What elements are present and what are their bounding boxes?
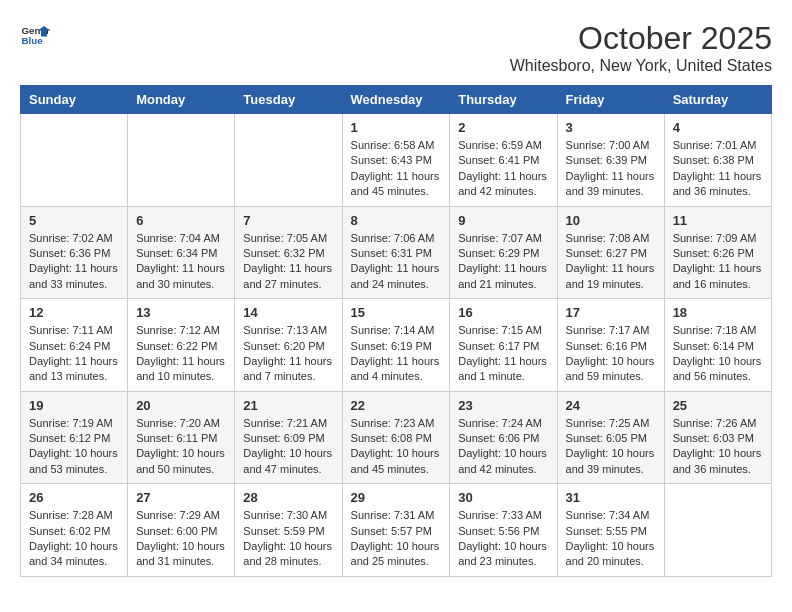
day-info: Sunrise: 7:04 AM Sunset: 6:34 PM Dayligh… xyxy=(136,231,226,293)
calendar-cell: 9Sunrise: 7:07 AM Sunset: 6:29 PM Daylig… xyxy=(450,206,557,299)
day-number: 7 xyxy=(243,213,333,228)
day-info: Sunrise: 7:26 AM Sunset: 6:03 PM Dayligh… xyxy=(673,416,763,478)
weekday-header-friday: Friday xyxy=(557,86,664,114)
day-number: 6 xyxy=(136,213,226,228)
calendar-cell xyxy=(664,484,771,577)
day-info: Sunrise: 7:25 AM Sunset: 6:05 PM Dayligh… xyxy=(566,416,656,478)
day-info: Sunrise: 7:01 AM Sunset: 6:38 PM Dayligh… xyxy=(673,138,763,200)
day-number: 8 xyxy=(351,213,442,228)
day-info: Sunrise: 7:28 AM Sunset: 6:02 PM Dayligh… xyxy=(29,508,119,570)
calendar-cell: 22Sunrise: 7:23 AM Sunset: 6:08 PM Dayli… xyxy=(342,391,450,484)
calendar-table: SundayMondayTuesdayWednesdayThursdayFrid… xyxy=(20,85,772,577)
day-info: Sunrise: 7:21 AM Sunset: 6:09 PM Dayligh… xyxy=(243,416,333,478)
calendar-cell: 12Sunrise: 7:11 AM Sunset: 6:24 PM Dayli… xyxy=(21,299,128,392)
calendar-cell: 10Sunrise: 7:08 AM Sunset: 6:27 PM Dayli… xyxy=(557,206,664,299)
calendar-week-row: 5Sunrise: 7:02 AM Sunset: 6:36 PM Daylig… xyxy=(21,206,772,299)
day-info: Sunrise: 6:58 AM Sunset: 6:43 PM Dayligh… xyxy=(351,138,442,200)
calendar-cell: 23Sunrise: 7:24 AM Sunset: 6:06 PM Dayli… xyxy=(450,391,557,484)
calendar-cell: 25Sunrise: 7:26 AM Sunset: 6:03 PM Dayli… xyxy=(664,391,771,484)
calendar-cell: 14Sunrise: 7:13 AM Sunset: 6:20 PM Dayli… xyxy=(235,299,342,392)
weekday-header-tuesday: Tuesday xyxy=(235,86,342,114)
day-info: Sunrise: 7:20 AM Sunset: 6:11 PM Dayligh… xyxy=(136,416,226,478)
logo-icon: General Blue xyxy=(20,20,50,50)
weekday-header-saturday: Saturday xyxy=(664,86,771,114)
calendar-cell xyxy=(21,114,128,207)
month-title: October 2025 xyxy=(510,20,772,57)
calendar-header: SundayMondayTuesdayWednesdayThursdayFrid… xyxy=(21,86,772,114)
day-info: Sunrise: 7:08 AM Sunset: 6:27 PM Dayligh… xyxy=(566,231,656,293)
calendar-cell: 2Sunrise: 6:59 AM Sunset: 6:41 PM Daylig… xyxy=(450,114,557,207)
day-info: Sunrise: 7:14 AM Sunset: 6:19 PM Dayligh… xyxy=(351,323,442,385)
title-area: October 2025 Whitesboro, New York, Unite… xyxy=(510,20,772,75)
day-info: Sunrise: 7:02 AM Sunset: 6:36 PM Dayligh… xyxy=(29,231,119,293)
day-info: Sunrise: 7:15 AM Sunset: 6:17 PM Dayligh… xyxy=(458,323,548,385)
day-number: 12 xyxy=(29,305,119,320)
day-info: Sunrise: 6:59 AM Sunset: 6:41 PM Dayligh… xyxy=(458,138,548,200)
calendar-cell xyxy=(128,114,235,207)
calendar-cell: 11Sunrise: 7:09 AM Sunset: 6:26 PM Dayli… xyxy=(664,206,771,299)
day-number: 28 xyxy=(243,490,333,505)
weekday-header-row: SundayMondayTuesdayWednesdayThursdayFrid… xyxy=(21,86,772,114)
day-number: 19 xyxy=(29,398,119,413)
calendar-cell: 7Sunrise: 7:05 AM Sunset: 6:32 PM Daylig… xyxy=(235,206,342,299)
calendar-week-row: 26Sunrise: 7:28 AM Sunset: 6:02 PM Dayli… xyxy=(21,484,772,577)
calendar-cell: 13Sunrise: 7:12 AM Sunset: 6:22 PM Dayli… xyxy=(128,299,235,392)
calendar-cell: 18Sunrise: 7:18 AM Sunset: 6:14 PM Dayli… xyxy=(664,299,771,392)
day-number: 9 xyxy=(458,213,548,228)
day-info: Sunrise: 7:23 AM Sunset: 6:08 PM Dayligh… xyxy=(351,416,442,478)
day-info: Sunrise: 7:11 AM Sunset: 6:24 PM Dayligh… xyxy=(29,323,119,385)
calendar-week-row: 19Sunrise: 7:19 AM Sunset: 6:12 PM Dayli… xyxy=(21,391,772,484)
day-number: 30 xyxy=(458,490,548,505)
day-info: Sunrise: 7:24 AM Sunset: 6:06 PM Dayligh… xyxy=(458,416,548,478)
day-number: 10 xyxy=(566,213,656,228)
calendar-cell: 27Sunrise: 7:29 AM Sunset: 6:00 PM Dayli… xyxy=(128,484,235,577)
calendar-cell: 17Sunrise: 7:17 AM Sunset: 6:16 PM Dayli… xyxy=(557,299,664,392)
calendar-cell xyxy=(235,114,342,207)
day-number: 23 xyxy=(458,398,548,413)
day-number: 21 xyxy=(243,398,333,413)
day-number: 29 xyxy=(351,490,442,505)
day-info: Sunrise: 7:17 AM Sunset: 6:16 PM Dayligh… xyxy=(566,323,656,385)
day-number: 13 xyxy=(136,305,226,320)
calendar-cell: 28Sunrise: 7:30 AM Sunset: 5:59 PM Dayli… xyxy=(235,484,342,577)
day-number: 11 xyxy=(673,213,763,228)
calendar-cell: 26Sunrise: 7:28 AM Sunset: 6:02 PM Dayli… xyxy=(21,484,128,577)
logo: General Blue xyxy=(20,20,50,50)
calendar-cell: 31Sunrise: 7:34 AM Sunset: 5:55 PM Dayli… xyxy=(557,484,664,577)
day-number: 14 xyxy=(243,305,333,320)
calendar-cell: 16Sunrise: 7:15 AM Sunset: 6:17 PM Dayli… xyxy=(450,299,557,392)
day-number: 27 xyxy=(136,490,226,505)
calendar-cell: 5Sunrise: 7:02 AM Sunset: 6:36 PM Daylig… xyxy=(21,206,128,299)
calendar-week-row: 12Sunrise: 7:11 AM Sunset: 6:24 PM Dayli… xyxy=(21,299,772,392)
day-info: Sunrise: 7:00 AM Sunset: 6:39 PM Dayligh… xyxy=(566,138,656,200)
day-info: Sunrise: 7:33 AM Sunset: 5:56 PM Dayligh… xyxy=(458,508,548,570)
calendar-cell: 21Sunrise: 7:21 AM Sunset: 6:09 PM Dayli… xyxy=(235,391,342,484)
location-title: Whitesboro, New York, United States xyxy=(510,57,772,75)
day-number: 18 xyxy=(673,305,763,320)
weekday-header-sunday: Sunday xyxy=(21,86,128,114)
day-number: 20 xyxy=(136,398,226,413)
calendar-cell: 24Sunrise: 7:25 AM Sunset: 6:05 PM Dayli… xyxy=(557,391,664,484)
day-info: Sunrise: 7:06 AM Sunset: 6:31 PM Dayligh… xyxy=(351,231,442,293)
day-number: 16 xyxy=(458,305,548,320)
calendar-cell: 19Sunrise: 7:19 AM Sunset: 6:12 PM Dayli… xyxy=(21,391,128,484)
page-header: General Blue October 2025 Whitesboro, Ne… xyxy=(20,20,772,75)
day-info: Sunrise: 7:34 AM Sunset: 5:55 PM Dayligh… xyxy=(566,508,656,570)
calendar-cell: 6Sunrise: 7:04 AM Sunset: 6:34 PM Daylig… xyxy=(128,206,235,299)
svg-text:Blue: Blue xyxy=(22,35,44,46)
day-number: 25 xyxy=(673,398,763,413)
calendar-cell: 1Sunrise: 6:58 AM Sunset: 6:43 PM Daylig… xyxy=(342,114,450,207)
day-number: 5 xyxy=(29,213,119,228)
day-number: 31 xyxy=(566,490,656,505)
calendar-cell: 3Sunrise: 7:00 AM Sunset: 6:39 PM Daylig… xyxy=(557,114,664,207)
calendar-cell: 15Sunrise: 7:14 AM Sunset: 6:19 PM Dayli… xyxy=(342,299,450,392)
calendar-cell: 20Sunrise: 7:20 AM Sunset: 6:11 PM Dayli… xyxy=(128,391,235,484)
calendar-cell: 29Sunrise: 7:31 AM Sunset: 5:57 PM Dayli… xyxy=(342,484,450,577)
day-info: Sunrise: 7:09 AM Sunset: 6:26 PM Dayligh… xyxy=(673,231,763,293)
day-info: Sunrise: 7:18 AM Sunset: 6:14 PM Dayligh… xyxy=(673,323,763,385)
day-number: 4 xyxy=(673,120,763,135)
day-number: 3 xyxy=(566,120,656,135)
day-number: 22 xyxy=(351,398,442,413)
day-info: Sunrise: 7:31 AM Sunset: 5:57 PM Dayligh… xyxy=(351,508,442,570)
calendar-week-row: 1Sunrise: 6:58 AM Sunset: 6:43 PM Daylig… xyxy=(21,114,772,207)
